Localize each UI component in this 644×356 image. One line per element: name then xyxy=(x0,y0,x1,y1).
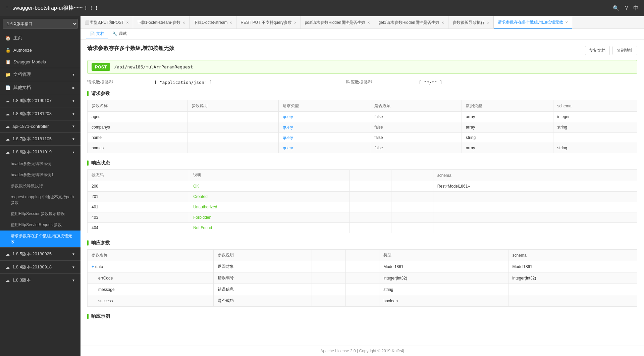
status-header-row: 状态码 说明 schema xyxy=(88,170,637,181)
tab-3[interactable]: 下载1-octet-stream ✕ xyxy=(190,16,236,29)
col-status-code: 状态码 xyxy=(88,170,189,181)
tab-1[interactable]: ⬜类型3,PUT和POST ✕ xyxy=(80,16,133,29)
section-bar xyxy=(87,91,89,96)
response-status-label: 响应状态 xyxy=(91,160,110,166)
sidebar-sub-requestmapping[interactable]: request mapping 中地址不支持path参数 xyxy=(0,192,80,208)
sidebar-docmanage-label: 文档管理 xyxy=(13,71,31,78)
sidebar-v184-label: 1.8.4版本-20180918 xyxy=(12,264,52,270)
tab-8-close[interactable]: ✕ xyxy=(565,20,568,24)
tab-6[interactable]: get1请求参数Hidden属性是否生效 ✕ xyxy=(374,16,448,29)
col-resp-schema: schema xyxy=(508,250,637,261)
tab-5-close[interactable]: ✕ xyxy=(367,21,370,24)
table-row: message 错误信息 string xyxy=(88,284,637,295)
tab-5[interactable]: post请求参数Hidden属性是否生效 ✕ xyxy=(301,16,375,29)
tab-1-close[interactable]: ✕ xyxy=(126,21,129,24)
sidebar-api1871-header[interactable]: ☁ api-1871-controller ▼ xyxy=(0,120,80,132)
response-data-type-label: 响应数据类型 xyxy=(346,79,413,85)
col-resp-desc: 参数说明 xyxy=(214,250,312,261)
col-param-desc: 参数说明 xyxy=(187,100,279,112)
expand-icon[interactable]: + xyxy=(92,264,94,269)
search-icon[interactable]: 🔍 xyxy=(613,5,620,11)
tab-4[interactable]: REST PUT 不支持query参数 ✕ xyxy=(236,16,301,29)
sidebar-section-v186: ☁ 1.8.6版本-20181019 ▲ header参数无请求示例 heade… xyxy=(0,145,80,247)
sidebar-sub-header1[interactable]: header参数无请求示例 xyxy=(0,158,80,169)
tab-5-label: post请求参数Hidden属性是否生效 xyxy=(305,20,366,26)
tab-7[interactable]: 参数很长导致执行 ✕ xyxy=(448,16,494,29)
folder-icon: 📁 xyxy=(5,72,11,77)
doc-tab-icon: 📄 xyxy=(90,32,95,36)
sidebar-section-otherdocs: 📄 其他文档 ▶ xyxy=(0,81,80,94)
tab-strip: ⬜类型3,PUT和POST ✕ 下载1-octet-stream-参数 ✕ 下载… xyxy=(80,16,644,29)
sidebar-item-swagger-models[interactable]: 📋 Swagger Models xyxy=(0,56,80,68)
request-params-title: 请求参数 xyxy=(87,91,637,97)
copy-doc-button[interactable]: 复制文档 xyxy=(585,46,610,55)
tab-7-close[interactable]: ✕ xyxy=(487,21,489,24)
debug-tab-label: 调试 xyxy=(119,31,127,37)
chevron-down-icon: ▼ xyxy=(72,252,75,256)
response-params-label: 响应参数 xyxy=(91,240,110,246)
request-params-header-row: 参数名称 参数说明 请求类型 是否必须 数据类型 schema xyxy=(88,100,637,112)
tab-2[interactable]: 下载1-octet-stream-参数 ✕ xyxy=(133,16,190,29)
version-select[interactable]: 1.6.X版本接口1.5.X版本接口 xyxy=(3,19,78,29)
response-status-section: 响应状态 状态码 说明 schema xyxy=(87,160,637,233)
sidebar-v183-header[interactable]: ☁ 1.8.3版本 ▼ xyxy=(0,274,80,287)
help-icon[interactable]: ? xyxy=(625,5,628,11)
tab-1-label: ⬜类型3,PUT和POST xyxy=(85,20,124,26)
table-row: name query false string xyxy=(88,133,637,143)
doc-action-buttons: 复制文档 复制地址 xyxy=(585,46,637,55)
sidebar-item-authorize[interactable]: 🔒 Authorize xyxy=(0,44,80,56)
sidebar-sub-httpservlet[interactable]: 使用HttpServletRequest参数 xyxy=(0,219,80,231)
sidebar-section-docmanage: 📁 文档管理 ▼ xyxy=(0,68,80,81)
chevron-down-icon: ▼ xyxy=(72,278,75,282)
chevron-down-icon: ▼ xyxy=(72,73,75,77)
col-status-empty1 xyxy=(350,170,391,181)
table-row: success 是否成功 boolean xyxy=(88,295,637,307)
col-param-required: 是否必须 xyxy=(370,100,462,112)
request-params-table: 参数名称 参数说明 请求类型 是否必须 数据类型 schema ages que… xyxy=(87,100,637,153)
cloud-icon: ☁ xyxy=(5,150,10,155)
sidebar-v185-header[interactable]: ☁ 1.8.5版本-20180925 ▼ xyxy=(0,248,80,260)
menu-icon[interactable]: ≡ xyxy=(5,5,8,11)
doc-panel: 请求参数存在多个数组,增加按钮无效 复制文档 复制地址 POST /api/ne… xyxy=(80,40,644,346)
cloud-icon: ☁ xyxy=(5,111,10,116)
chevron-right-icon: ▶ xyxy=(72,86,75,90)
sidebar-item-home[interactable]: 🏠 主页 xyxy=(0,32,80,44)
tab-8[interactable]: 请求参数存在多个数组,增加按钮无效 ✕ xyxy=(494,16,572,29)
method-row: POST /api/new186/mulArrParamRequest xyxy=(87,60,637,74)
tab-2-label: 下载1-octet-stream-参数 xyxy=(137,20,180,26)
sidebar-sub-multiarr[interactable]: 请求参数存在多个数组,增加按钮无效 xyxy=(0,231,80,247)
data-type-row: 请求数据类型 [ "application/json" ] 响应数据类型 [ "… xyxy=(87,79,637,85)
tab-3-close[interactable]: ✕ xyxy=(229,21,232,24)
footer-text: Apache License 2.0 | Copyright © 2019-Kn… xyxy=(320,349,404,353)
sidebar-v188-header[interactable]: ☁ 1.8.8版本-20181208 ▼ xyxy=(0,107,80,120)
tab-7-label: 参数很长导致执行 xyxy=(452,20,485,26)
col-resp-empty2 xyxy=(345,250,379,261)
copy-addr-button[interactable]: 复制地址 xyxy=(612,46,637,55)
sidebar-v187-header[interactable]: ☁ 1.8.7版本-20181105 ▼ xyxy=(0,133,80,145)
sidebar-v189-header[interactable]: ☁ 1.8.9版本-20190107 ▼ xyxy=(0,94,80,107)
lang-icon[interactable]: 中 xyxy=(633,5,639,12)
sidebar-sub-httpsession[interactable]: 使用HttpSession参数显示错误 xyxy=(0,208,80,219)
tab-4-close[interactable]: ✕ xyxy=(294,21,297,24)
tab-doc[interactable]: 📄 文档 xyxy=(86,29,108,39)
col-resp-name: 参数名称 xyxy=(88,250,214,261)
sidebar-v186-header[interactable]: ☁ 1.8.6版本-20181019 ▲ xyxy=(0,146,80,158)
sidebar-docmanage-header[interactable]: 📁 文档管理 ▼ xyxy=(0,68,80,81)
sidebar-sub-header2[interactable]: header参数无请求示例1 xyxy=(0,169,80,181)
sidebar-sub-longparam[interactable]: 参数很长导致执行 xyxy=(0,181,80,192)
sidebar-authorize-label: Authorize xyxy=(13,48,32,53)
cloud-icon: ☁ xyxy=(5,252,10,257)
table-row: 401 Unauthorized xyxy=(88,202,637,212)
tab-8-label: 请求参数存在多个数组,增加按钮无效 xyxy=(498,19,563,25)
tab-debug[interactable]: 🔧 调试 xyxy=(108,29,131,39)
doc-title: 请求参数存在多个数组,增加按钮无效 xyxy=(87,45,174,52)
sidebar-v184-header[interactable]: ☁ 1.8.4版本-20180918 ▼ xyxy=(0,261,80,273)
sidebar-models-label: Swagger Models xyxy=(13,59,46,64)
sidebar-otherdocs-header[interactable]: 📄 其他文档 ▶ xyxy=(0,81,80,94)
tab-2-close[interactable]: ✕ xyxy=(182,21,185,24)
sidebar-section-v185: ☁ 1.8.5版本-20180925 ▼ xyxy=(0,247,80,260)
tab-3-label: 下载1-octet-stream xyxy=(194,20,227,26)
response-status-title: 响应状态 xyxy=(87,160,637,166)
section-bar-example xyxy=(87,314,89,319)
tab-6-close[interactable]: ✕ xyxy=(441,21,444,24)
